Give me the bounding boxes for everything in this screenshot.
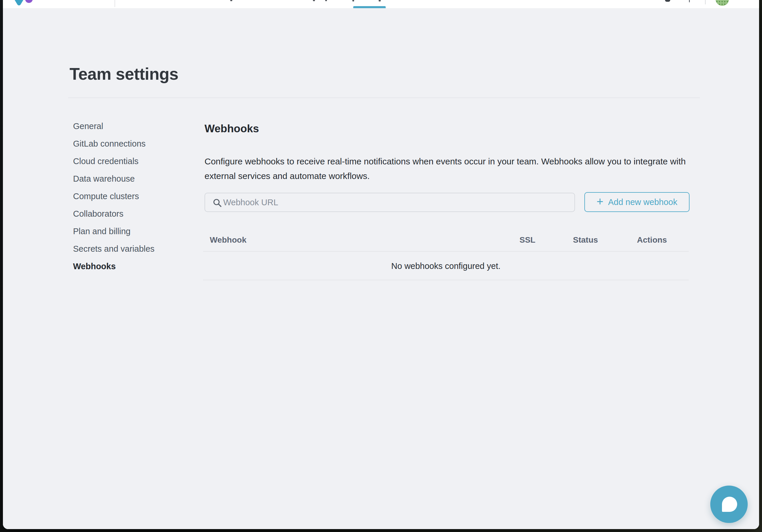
section-heading: Webhooks <box>204 123 259 135</box>
title-divider <box>68 98 700 98</box>
clipped-nav-tab-text <box>230 0 232 1</box>
add-new-webhook-button[interactable]: + Add new webhook <box>584 192 690 212</box>
chat-bubble-icon <box>722 497 737 512</box>
app-window: Team settings General GitLab connections… <box>3 0 759 529</box>
clipped-toolbar-icon[interactable] <box>689 0 690 2</box>
clipped-nav-tab-text <box>352 0 354 1</box>
sidebar-item-compute-clusters[interactable]: Compute clusters <box>73 187 184 205</box>
user-avatar[interactable] <box>716 0 729 6</box>
settings-sidebar: General GitLab connections Cloud credent… <box>73 117 184 275</box>
clipped-toolbar-icon[interactable] <box>665 0 670 2</box>
logo-teal-mark <box>14 0 24 4</box>
sidebar-item-gitlab-connections[interactable]: GitLab connections <box>73 135 184 153</box>
clipped-nav-tab-text <box>313 0 315 1</box>
topbar-divider <box>705 0 706 4</box>
webhook-search-input[interactable] <box>223 193 568 211</box>
page-title: Team settings <box>70 64 179 84</box>
webhook-search-box <box>204 193 575 212</box>
table-bottom-divider <box>203 280 689 280</box>
clipped-nav-tab-text <box>325 0 327 1</box>
sidebar-item-secrets-and-variables[interactable]: Secrets and variables <box>73 240 184 257</box>
table-empty-message: No webhooks configured yet. <box>203 261 689 271</box>
chat-launcher-button[interactable] <box>710 486 748 523</box>
section-description: Configure webhooks to receive real-time … <box>204 154 691 183</box>
app-logo[interactable] <box>13 0 36 8</box>
table-header-divider <box>203 251 689 252</box>
sidebar-item-data-warehouse[interactable]: Data warehouse <box>73 170 184 187</box>
clipped-nav-tab-text <box>379 0 381 1</box>
sidebar-item-collaborators[interactable]: Collaborators <box>73 205 184 223</box>
top-navigation-bar <box>3 0 759 8</box>
sidebar-item-plan-and-billing[interactable]: Plan and billing <box>73 223 184 240</box>
column-header-ssl: SSL <box>519 235 535 245</box>
search-icon <box>213 198 222 208</box>
active-tab-underline <box>353 6 386 8</box>
sidebar-item-cloud-credentials[interactable]: Cloud credentials <box>73 153 184 170</box>
sidebar-item-webhooks[interactable]: Webhooks <box>73 257 184 275</box>
page-content: Team settings General GitLab connections… <box>3 8 759 529</box>
column-header-status: Status <box>573 235 598 245</box>
plus-icon: + <box>597 196 603 207</box>
column-header-actions: Actions <box>637 235 667 245</box>
logo-purple-mark <box>25 0 33 3</box>
column-header-webhook: Webhook <box>210 235 246 245</box>
topbar-divider <box>114 0 115 7</box>
sidebar-item-general[interactable]: General <box>73 117 184 135</box>
add-new-webhook-label: Add new webhook <box>608 197 677 207</box>
